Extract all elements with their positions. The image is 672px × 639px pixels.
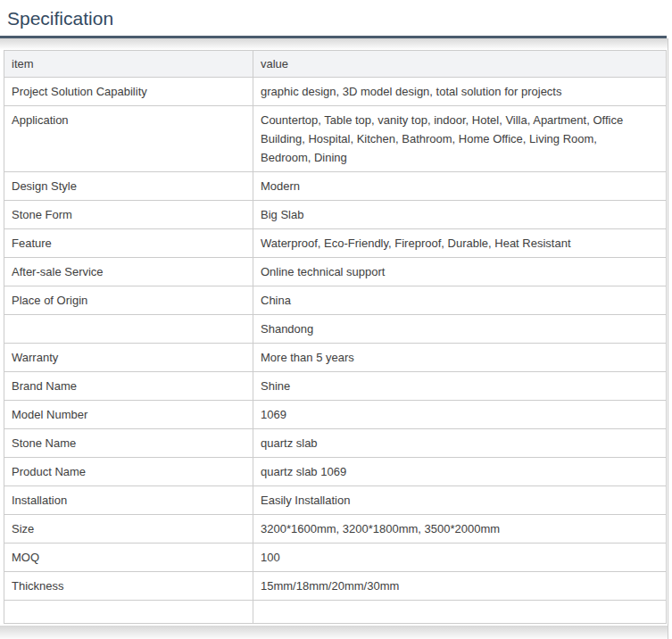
table-row: Brand Name Shine (4, 372, 667, 401)
table-header-row: item value (4, 51, 667, 78)
spec-item-cell (4, 315, 253, 344)
table-row-empty (4, 601, 667, 624)
spec-value-cell: 15mm/18mm/20mm/30mm (253, 572, 667, 601)
page-title: Specification (0, 0, 672, 36)
spec-value-cell: 3200*1600mm, 3200*1800mm, 3500*2000mm (253, 515, 667, 544)
spec-item-cell: Model Number (4, 401, 253, 429)
spec-value-cell (253, 601, 667, 624)
specification-table: item value Project Solution Capability g… (4, 50, 667, 624)
spec-value-cell: Modern (253, 172, 667, 201)
spec-item-cell: Size (4, 515, 253, 544)
spec-value-cell: Waterproof, Eco-Friendly, Fireproof, Dur… (253, 229, 667, 258)
table-row: After-sale Service Online technical supp… (4, 258, 667, 286)
spec-item-cell (4, 601, 253, 624)
spec-value-cell: quartz slab (253, 429, 667, 458)
spec-value-cell: 100 (253, 544, 667, 572)
table-row: Model Number 1069 (4, 401, 667, 429)
spec-value-cell: Easily Installation (253, 486, 667, 515)
table-row: Thickness 15mm/18mm/20mm/30mm (4, 572, 667, 601)
spec-value-cell: More than 5 years (253, 344, 667, 372)
table-row: Feature Waterproof, Eco-Friendly, Firepr… (4, 229, 667, 258)
table-row: Shandong (4, 315, 667, 344)
spec-item-cell: Installation (4, 486, 253, 515)
spec-item-cell: After-sale Service (4, 258, 253, 286)
table-row: Stone Name quartz slab (4, 429, 667, 458)
spec-value-cell: quartz slab 1069 (253, 458, 667, 486)
spec-value-cell: 1069 (253, 401, 667, 429)
container-right-border (668, 38, 668, 639)
table-row: Place of Origin China (4, 286, 667, 315)
spec-value-cell: Countertop, Table top, vanity top, indoo… (253, 106, 667, 172)
spec-value-cell: Shine (253, 372, 667, 401)
table-row: Size 3200*1600mm, 3200*1800mm, 3500*2000… (4, 515, 667, 544)
table-row: Installation Easily Installation (4, 486, 667, 515)
spec-item-cell: MOQ (4, 544, 253, 572)
spec-value-cell: Online technical support (253, 258, 667, 286)
section-bottom-shadow (0, 626, 668, 639)
spec-value-cell: Big Slab (253, 201, 667, 229)
table-row: Stone Form Big Slab (4, 201, 667, 229)
spec-item-cell: Place of Origin (4, 286, 253, 315)
spec-item-cell: Application (4, 106, 253, 172)
specification-section: Specification item value Project Solutio… (0, 0, 672, 639)
spec-value-cell: China (253, 286, 667, 315)
table-row: Warranty More than 5 years (4, 344, 667, 372)
spec-item-cell: Stone Name (4, 429, 253, 458)
spec-value-cell: Shandong (253, 315, 667, 344)
spec-item-cell: Brand Name (4, 372, 253, 401)
spec-item-cell: Warranty (4, 344, 253, 372)
table-row: MOQ 100 (4, 544, 667, 572)
table-row: Design Style Modern (4, 172, 667, 201)
header-shadow (0, 38, 668, 50)
table-row: Application Countertop, Table top, vanit… (4, 106, 667, 172)
spec-item-cell: Design Style (4, 172, 253, 201)
spec-item-cell: Product Name (4, 458, 253, 486)
table-row: Product Name quartz slab 1069 (4, 458, 667, 486)
spec-item-cell: Project Solution Capability (4, 78, 253, 106)
column-header-value: value (253, 51, 667, 78)
spec-item-cell: Stone Form (4, 201, 253, 229)
column-header-item: item (4, 51, 253, 78)
spec-value-cell: graphic design, 3D model design, total s… (253, 78, 667, 106)
table-row: Project Solution Capability graphic desi… (4, 78, 667, 106)
spec-item-cell: Feature (4, 229, 253, 258)
spec-item-cell: Thickness (4, 572, 253, 601)
